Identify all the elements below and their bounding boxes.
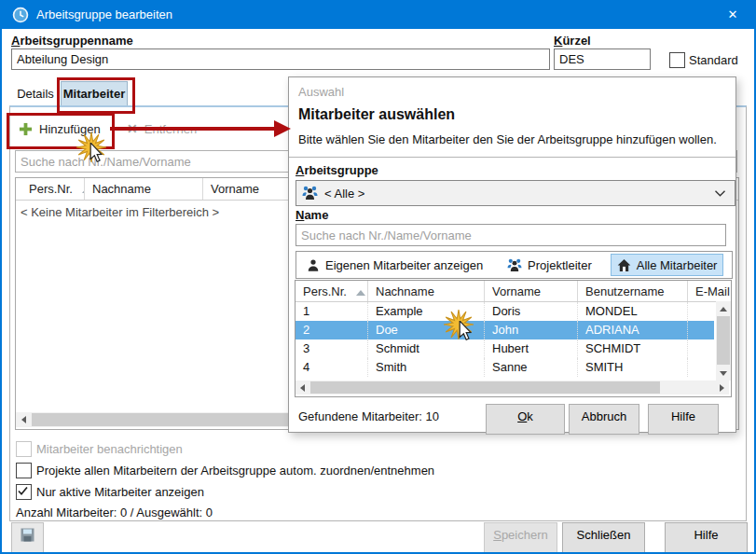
dialog-members-table: Pers.Nr. Nachname Vorname Benutzername E…: [295, 280, 732, 397]
chevron-down-icon: [715, 190, 725, 197]
code-label: Kürzel: [554, 34, 591, 48]
home-icon: [617, 258, 631, 272]
cursor-icon: [89, 143, 103, 162]
dialog-subtitle: Bitte wählen Sie den Mitarbeiter den Sie…: [298, 132, 717, 146]
result-count: Gefundene Mitarbeiter: 10: [298, 409, 439, 423]
table-row[interactable]: 3 Schmidt Hubert SCHMIDT: [296, 339, 714, 358]
filter-project-leads-button[interactable]: Projektleiter: [502, 255, 598, 275]
scroll-left-icon[interactable]: [296, 381, 309, 395]
auto-assign-checkbox[interactable]: [16, 463, 32, 478]
dialog-table-hscrollbar[interactable]: [296, 381, 729, 395]
workgroup-name-field[interactable]: [11, 48, 550, 70]
dialog-table-vscrollbar[interactable]: [716, 301, 731, 381]
standard-checkbox[interactable]: [669, 52, 685, 68]
dialog-help-button[interactable]: Hilfe: [648, 404, 719, 435]
cancel-button[interactable]: Abbruch: [569, 404, 639, 435]
save-icon: [20, 527, 35, 543]
standard-label: Standard: [689, 53, 738, 67]
member-count-summary: Anzahl Mitarbeiter: 0 / Ausgewählt: 0: [16, 506, 213, 519]
ok-button[interactable]: Ok: [486, 404, 565, 435]
workgroup-dropdown[interactable]: < Alle >: [296, 180, 735, 206]
scroll-down-icon[interactable]: [716, 366, 731, 381]
auto-assign-label: Projekte allen Mitarbeitern der Arbeitsg…: [36, 464, 434, 478]
column-persnr[interactable]: Pers.Nr.: [296, 281, 368, 301]
cursor-icon: [458, 321, 473, 340]
table-row[interactable]: 4 Smith Sanne SMITH: [296, 358, 714, 377]
clock-icon: [12, 7, 29, 23]
notify-checkbox[interactable]: [16, 441, 32, 457]
annotation-box-tab: [57, 77, 135, 114]
close-icon[interactable]: ✕: [711, 0, 754, 29]
column-nachname[interactable]: Nachname: [85, 178, 203, 200]
workgroup-dropdown-value: < Alle >: [324, 187, 364, 201]
scroll-right-icon[interactable]: [715, 381, 729, 395]
dialog-table-header: Pers.Nr. Nachname Vorname Benutzername E…: [296, 281, 731, 302]
save-icon-button[interactable]: [11, 522, 44, 554]
team-icon: [302, 186, 318, 201]
team-icon: [507, 258, 522, 272]
check-icon: [17, 485, 29, 497]
divider: [289, 157, 735, 158]
only-active-checkbox[interactable]: [16, 484, 32, 500]
table-row[interactable]: 1 Example Doris MONDEL: [296, 302, 714, 321]
notify-label: Mitarbeiter benachrichtigen: [36, 442, 183, 456]
help-button[interactable]: Hilfe: [665, 522, 748, 554]
column-nachname[interactable]: Nachname: [368, 281, 485, 301]
filter-own-members-button[interactable]: Eigenen Mitarbeiter anzeigen: [301, 255, 488, 275]
column-vorname[interactable]: Vorname: [485, 281, 578, 301]
select-member-dialog: Auswahl Mitarbeiter auswählen Bitte wähl…: [288, 76, 736, 433]
person-icon: [307, 258, 320, 272]
column-benutzername[interactable]: Benutzername: [578, 281, 688, 301]
filter-all-members-button[interactable]: Alle Mitarbeiter: [611, 254, 724, 276]
empty-table-message: < Keine Mitarbeiter im Filterbereich >: [21, 205, 219, 219]
dialog-search-input[interactable]: [296, 224, 726, 246]
scroll-up-icon[interactable]: [716, 301, 731, 316]
column-email[interactable]: E-Mail: [688, 281, 731, 301]
close-button[interactable]: Schließen: [562, 522, 645, 554]
dialog-name-label: Name: [296, 208, 328, 222]
hscroll-thumb[interactable]: [310, 381, 660, 394]
dialog-group-label: Arbeitsgruppe: [296, 163, 378, 177]
filter-toolbar: Eigenen Mitarbeiter anzeigen Projektleit…: [296, 251, 733, 279]
scroll-left-icon[interactable]: [16, 412, 31, 427]
table-row-selected[interactable]: 2 Doe John ADRIANA: [296, 321, 714, 339]
save-button[interactable]: Speichern: [484, 522, 557, 554]
edit-workgroup-window: Arbeitsgruppe bearbeiten ✕ Arbeitsgruppe…: [0, 0, 756, 554]
sort-asc-icon: [356, 290, 365, 296]
vscroll-thumb[interactable]: [717, 316, 730, 365]
code-field[interactable]: [554, 48, 651, 70]
annotation-arrow-line: [110, 127, 276, 131]
workgroup-name-label: Arbeitsgruppenname: [11, 34, 133, 48]
column-persnr[interactable]: Pers.Nr.: [16, 178, 85, 200]
titlebar: Arbeitsgruppe bearbeiten ✕: [2, 0, 754, 29]
dialog-title: Auswahl: [298, 85, 344, 99]
annotation-arrow-head: [274, 120, 291, 137]
only-active-label: Nur aktive Mitarbeiter anzeigen: [36, 485, 204, 499]
dialog-heading: Mitarbeiter auswählen: [298, 106, 455, 123]
window-title: Arbeitsgruppe bearbeiten: [36, 7, 172, 21]
